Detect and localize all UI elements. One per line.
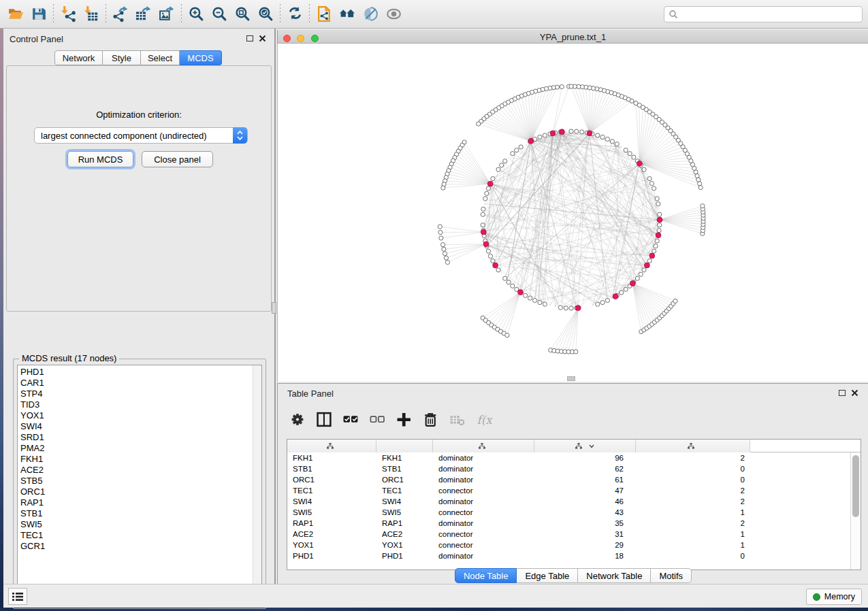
show-details-button[interactable] — [382, 3, 405, 26]
cell-successor-nodes[interactable]: 29 — [534, 540, 636, 550]
cell-MCDS-role[interactable]: dominator — [433, 518, 534, 529]
cell-MCDS-role[interactable]: connector — [433, 485, 534, 496]
mcds-result-item[interactable]: STB1 — [18, 508, 261, 519]
cell-shared-name[interactable]: SWI5 — [287, 507, 376, 518]
table-row[interactable]: SWI5SWI5connector431 — [287, 507, 861, 518]
save-button[interactable] — [27, 3, 50, 26]
zoom-out-button[interactable] — [208, 3, 231, 26]
mcds-result-item[interactable]: STP4 — [18, 389, 261, 399]
cell-successor-nodes[interactable]: 31 — [534, 529, 636, 540]
deselect-all-button[interactable] — [368, 410, 386, 428]
mcds-result-item[interactable]: YOX1 — [18, 410, 261, 421]
task-history-button[interactable] — [8, 588, 27, 605]
cell-name[interactable]: TEC1 — [376, 485, 433, 496]
cell-name[interactable]: ACE2 — [376, 529, 433, 540]
mcds-result-item[interactable]: RAP1 — [18, 497, 261, 508]
cell-predecessor-nodes[interactable]: 2 — [636, 485, 750, 496]
table-vscroll-thumb[interactable] — [852, 455, 859, 517]
network-graph[interactable] — [278, 44, 868, 382]
float-table-panel-icon[interactable] — [839, 390, 846, 396]
cell-MCDS-role[interactable]: connector — [433, 540, 534, 550]
network-hscroll-thumb[interactable] — [567, 376, 575, 381]
cell-successor-nodes[interactable]: 35 — [534, 518, 636, 529]
mcds-result-item[interactable]: SWI4 — [18, 421, 261, 432]
cell-successor-nodes[interactable]: 18 — [534, 550, 636, 561]
mcds-result-item[interactable]: PHD1 — [18, 367, 261, 378]
cell-name[interactable]: STB1 — [376, 463, 433, 474]
cell-shared-name[interactable]: PHD1 — [287, 550, 376, 561]
cell-name[interactable]: YOX1 — [376, 540, 433, 550]
zoom-fit-button[interactable] — [231, 3, 254, 26]
cell-predecessor-nodes[interactable]: 0 — [636, 550, 750, 561]
table-row[interactable]: STB1STB1dominator620 — [287, 463, 861, 474]
mcds-result-item[interactable]: SRD1 — [18, 432, 261, 443]
cell-successor-nodes[interactable]: 62 — [534, 463, 636, 474]
mcds-result-item[interactable]: ORC1 — [18, 486, 261, 497]
mcds-result-item[interactable]: GCR1 — [18, 541, 261, 552]
first-neighbors-button[interactable] — [336, 3, 359, 26]
refresh-layout-button[interactable] — [283, 3, 306, 26]
export-image-button[interactable] — [155, 3, 178, 26]
mcds-result-item[interactable]: ACE2 — [18, 465, 261, 476]
export-table-button[interactable] — [132, 3, 155, 26]
close-panel-icon[interactable] — [259, 35, 266, 42]
cell-shared-name[interactable]: ACE2 — [287, 529, 376, 540]
column-header-name[interactable] — [376, 440, 433, 452]
table-row[interactable]: PHD1PHD1dominator180 — [287, 550, 861, 561]
zoom-selected-button[interactable] — [254, 3, 277, 26]
cell-MCDS-role[interactable]: dominator — [433, 550, 534, 561]
mcds-result-item[interactable]: PMA2 — [18, 443, 261, 454]
tab-select[interactable]: Select — [141, 50, 180, 65]
memory-button[interactable]: Memory — [806, 589, 862, 605]
cell-predecessor-nodes[interactable]: 0 — [636, 463, 750, 474]
cell-predecessor-nodes[interactable]: 0 — [636, 474, 750, 485]
cell-successor-nodes[interactable]: 46 — [534, 496, 636, 507]
cell-shared-name[interactable]: FKH1 — [287, 452, 376, 463]
mcds-result-item[interactable]: SWI5 — [18, 519, 261, 530]
tab-node-table[interactable]: Node Table — [455, 568, 517, 583]
cell-predecessor-nodes[interactable]: 1 — [636, 507, 750, 518]
cell-shared-name[interactable]: ORC1 — [287, 474, 376, 485]
table-options-gear-button[interactable] — [289, 410, 306, 428]
tab-edge-table[interactable]: Edge Table — [517, 568, 578, 583]
cell-MCDS-role[interactable]: dominator — [433, 452, 534, 463]
tab-motifs[interactable]: Motifs — [651, 568, 692, 583]
close-table-panel-icon[interactable] — [851, 389, 858, 397]
export-network-button[interactable] — [109, 3, 132, 26]
search-input[interactable] — [678, 10, 862, 19]
float-panel-icon[interactable] — [246, 35, 253, 42]
cell-successor-nodes[interactable]: 61 — [534, 474, 636, 485]
zoom-in-button[interactable] — [184, 3, 208, 26]
select-all-button[interactable] — [342, 410, 359, 428]
cell-name[interactable]: ORC1 — [376, 474, 433, 485]
mcds-result-item[interactable]: FKH1 — [18, 454, 261, 465]
column-header-successor-nodes[interactable] — [534, 440, 636, 452]
table-row[interactable]: ACE2ACE2connector311 — [287, 529, 861, 540]
hide-details-button[interactable] — [359, 3, 382, 26]
table-row[interactable]: TEC1TEC1connector472 — [287, 485, 861, 496]
delete-column-button[interactable] — [421, 410, 439, 428]
cell-predecessor-nodes[interactable]: 2 — [636, 452, 750, 463]
cell-shared-name[interactable]: STB1 — [287, 463, 376, 474]
open-button[interactable] — [4, 3, 27, 26]
cell-MCDS-role[interactable]: connector — [433, 529, 534, 540]
cell-predecessor-nodes[interactable]: 1 — [636, 540, 750, 550]
mcds-result-item[interactable]: STB5 — [18, 476, 261, 486]
node-table[interactable]: FKH1FKH1dominator962STB1STB1dominator620… — [287, 439, 861, 570]
mcds-result-item[interactable]: CAR1 — [18, 378, 261, 389]
table-row[interactable]: YOX1YOX1connector291 — [287, 540, 861, 550]
cell-name[interactable]: FKH1 — [376, 452, 433, 463]
cell-name[interactable]: PHD1 — [376, 550, 433, 561]
tab-style[interactable]: Style — [103, 50, 141, 65]
tab-mcds[interactable]: MCDS — [180, 50, 222, 65]
column-header-shared-name[interactable] — [287, 440, 376, 452]
vertical-splitter-handle[interactable] — [272, 302, 276, 314]
cell-successor-nodes[interactable]: 43 — [534, 507, 636, 518]
cell-predecessor-nodes[interactable]: 2 — [636, 496, 750, 507]
table-row[interactable]: FKH1FKH1dominator962 — [287, 452, 861, 463]
cell-name[interactable]: SWI4 — [376, 496, 433, 507]
cell-predecessor-nodes[interactable]: 2 — [636, 518, 750, 529]
network-file-button[interactable] — [312, 3, 336, 26]
criterion-dropdown[interactable]: largest connected component (undirected) — [34, 127, 248, 144]
cell-MCDS-role[interactable]: connector — [433, 507, 534, 518]
